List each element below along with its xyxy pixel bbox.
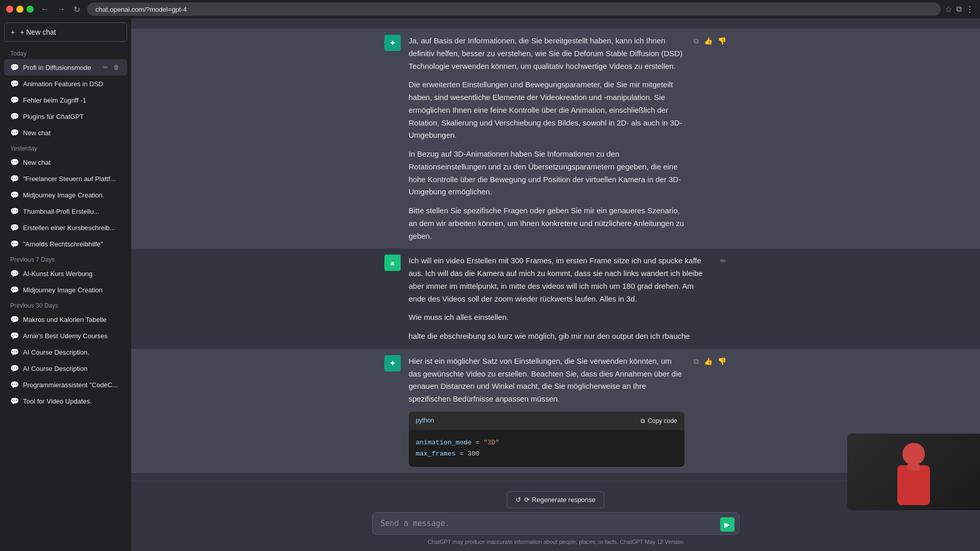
- chat-icon: 💬: [10, 191, 19, 199]
- sidebar-item-ai-course-description-1[interactable]: 💬 AI Course Description.: [4, 344, 127, 360]
- sidebar-item-arnolds-rechtschreibhilfe[interactable]: 💬 "Arnolds Rechtschreibhilfe": [4, 236, 127, 252]
- sidebar-item-actions: ✏ 🗑: [102, 63, 121, 71]
- gpt-logo-icon: ✦: [389, 359, 396, 367]
- copy-message-button[interactable]: ⧉: [693, 356, 700, 367]
- previous-7-days-section-label: Previous 7 Days: [4, 252, 127, 265]
- message-inner: a Ich will ein video Erstellen mit 300 F…: [372, 255, 740, 343]
- message-paragraph: Wie muss ich alles einstellen.: [409, 311, 711, 324]
- sidebar-item-thumbnail-erstellung[interactable]: 💬 Thumbnail-Profi Erstellu...: [4, 203, 127, 219]
- code-block: python ⧉ Copy code animation_mode = "3D": [409, 412, 684, 467]
- maximize-window-button[interactable]: [27, 6, 34, 13]
- sidebar-item-programmierassistent[interactable]: 💬 Programmierassistent "CodeC...: [4, 377, 127, 393]
- message-content: Ja, auf Basis der Informationen, die Sie…: [409, 35, 684, 242]
- sidebar-item-text: AI Course Description: [23, 365, 121, 372]
- chat-icon: 💬: [10, 364, 19, 372]
- regenerate-response-button[interactable]: ↺ ⟳ Regenerate response: [507, 491, 604, 508]
- extensions-icon[interactable]: ⧉: [956, 5, 962, 14]
- message-paragraph: Ich will ein video Erstellen mit 300 Fra…: [409, 255, 711, 305]
- sidebar-item-text: Erstellen einer Kursbeschreib...: [23, 224, 121, 232]
- new-chat-button[interactable]: + + New chat: [4, 22, 127, 42]
- sidebar: + + New chat Today 💬 Profi in Diffusions…: [0, 18, 131, 551]
- sidebar-item-text: Thumbnail-Profi Erstellu...: [23, 208, 121, 215]
- message-paragraph: Die erweiterten Einstellungen und Bewegu…: [409, 79, 684, 142]
- svg-rect-2: [908, 464, 920, 470]
- chat-icon: 💬: [10, 96, 19, 104]
- sidebar-item-text: Tool for Video Updates.: [23, 397, 121, 405]
- nav-buttons: ← → ↻: [38, 4, 83, 15]
- thumbs-down-button[interactable]: 👎: [717, 36, 727, 46]
- delete-chat-button[interactable]: 🗑: [112, 63, 121, 71]
- back-button[interactable]: ←: [38, 4, 52, 15]
- bookmark-icon[interactable]: ☆: [945, 5, 952, 14]
- yesterday-section-label: Yesterday: [4, 141, 127, 154]
- thumbs-up-button[interactable]: 👍: [703, 36, 714, 46]
- message-inner: ✦ Ja, auf Basis der Informationen, die S…: [372, 35, 740, 242]
- sidebar-item-text: Animation Features in DSD: [23, 80, 121, 88]
- chat-icon: 💬: [10, 129, 19, 137]
- sidebar-item-text: Arnie's Best Udemy Courses: [23, 332, 121, 340]
- thumbs-down-button[interactable]: 👎: [717, 356, 727, 366]
- chat-icon: 💬: [10, 158, 19, 166]
- sidebar-item-plugins-fuer-chatgpt[interactable]: 💬 Plugins für ChatGPT: [4, 108, 127, 124]
- input-wrapper: ▶: [372, 512, 740, 537]
- person-silhouette-svg: [888, 439, 939, 505]
- edit-message-button[interactable]: ✏: [719, 256, 727, 266]
- sidebar-item-arnies-best-udemy[interactable]: 💬 Arnie's Best Udemy Courses: [4, 328, 127, 344]
- chat-icon: 💬: [10, 112, 19, 120]
- sidebar-item-midjourney-image-creation-2[interactable]: 💬 Midjourney Image Creation: [4, 282, 127, 298]
- copy-message-button[interactable]: ⧉: [693, 36, 700, 46]
- reload-button[interactable]: ↻: [70, 4, 83, 15]
- previous-30-days-section-label: Previous 30 Days: [4, 298, 127, 311]
- sidebar-item-text: "Arnolds Rechtschreibhilfe": [23, 240, 121, 248]
- sidebar-item-new-chat-yesterday[interactable]: 💬 New chat: [4, 154, 127, 170]
- message-actions: ✏: [719, 255, 727, 343]
- svg-point-0: [902, 443, 925, 465]
- chat-icon: 💬: [10, 223, 19, 232]
- message-paragraph: halte die ebschreibung so kurz wie mögli…: [409, 330, 711, 343]
- message-paragraph: Bitte stellen Sie spezifische Fragen ode…: [409, 205, 684, 242]
- send-icon: ▶: [724, 520, 730, 529]
- sidebar-item-midjourney-image-creation[interactable]: 💬 Midjourney Image Creation.: [4, 187, 127, 203]
- assistant-avatar: ✦: [384, 35, 401, 51]
- message-input[interactable]: [372, 512, 740, 535]
- svg-rect-1: [897, 465, 930, 505]
- sidebar-item-text: AI-Kunst Kurs Werbung: [23, 270, 121, 278]
- sidebar-item-tool-for-video-updates[interactable]: 💬 Tool for Video Updates.: [4, 393, 127, 409]
- menu-icon[interactable]: ⋮: [966, 5, 974, 14]
- sidebar-item-text: Midjourney Image Creation: [23, 286, 121, 294]
- message-paragraph: Hier ist ein möglicher Satz von Einstell…: [409, 355, 684, 406]
- regenerate-icon: ↺: [516, 496, 521, 504]
- new-chat-label: + New chat: [20, 28, 56, 36]
- message-row: a Ich will ein video Erstellen mit 300 F…: [131, 248, 980, 349]
- sidebar-item-animation-features-in-dsd[interactable]: 💬 Animation Features in DSD: [4, 76, 127, 92]
- sidebar-item-fehler-beim-zugriff[interactable]: 💬 Fehler beim Zugriff -1: [4, 92, 127, 108]
- sidebar-item-text: Makros und Kalorien Tabelle: [23, 316, 121, 323]
- sidebar-item-ai-course-description-2[interactable]: 💬 AI Course Description: [4, 360, 127, 377]
- message-row: ✦ Ja, auf Basis der Informationen, die S…: [131, 29, 980, 248]
- thumbs-up-button[interactable]: 👍: [703, 356, 714, 366]
- sidebar-item-freelancer-steuern[interactable]: 💬 "Freelancer Steuern auf Plattf...: [4, 170, 127, 187]
- minimize-window-button[interactable]: [16, 6, 23, 13]
- user-avatar: a: [384, 255, 401, 271]
- chat-icon: 💬: [10, 348, 19, 356]
- address-bar[interactable]: [87, 3, 941, 16]
- sidebar-item-erstellen-kurs[interactable]: 💬 Erstellen einer Kursbeschreib...: [4, 219, 127, 236]
- forward-button[interactable]: →: [54, 4, 68, 15]
- code-line: animation_mode = "3D": [416, 437, 677, 448]
- chat-icon: 💬: [10, 315, 19, 323]
- sidebar-item-ai-kunst-kurs-werbung[interactable]: 💬 AI-Kunst Kurs Werbung: [4, 265, 127, 282]
- message-paragraph: Ja, auf Basis der Informationen, die Sie…: [409, 35, 684, 72]
- app-container: + + New chat Today 💬 Profi in Diffusions…: [0, 18, 980, 551]
- edit-chat-button[interactable]: ✏: [102, 63, 110, 71]
- sidebar-item-makros-und-kalorien[interactable]: 💬 Makros und Kalorien Tabelle: [4, 311, 127, 328]
- close-window-button[interactable]: [6, 6, 13, 13]
- code-operator: =: [456, 450, 468, 458]
- chat-icon: 💬: [10, 381, 19, 389]
- sidebar-item-text: "Freelancer Steuern auf Plattf...: [23, 175, 121, 183]
- sidebar-item-text: New chat: [23, 129, 121, 137]
- copy-code-button[interactable]: ⧉ Copy code: [641, 417, 677, 424]
- sidebar-item-new-chat-today[interactable]: 💬 New chat: [4, 124, 127, 141]
- send-button[interactable]: ▶: [720, 517, 734, 532]
- chat-icon: 💬: [10, 332, 19, 340]
- sidebar-item-profi-in-diffusionsmode[interactable]: 💬 Profi in Diffusionsmode ✏ 🗑: [4, 59, 127, 76]
